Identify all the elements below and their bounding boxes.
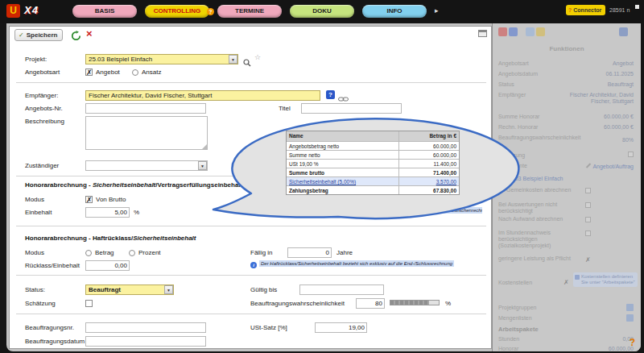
ansatz-radio[interactable] — [132, 69, 138, 76]
sidebar-toolbar-red-icon[interactable] — [498, 27, 507, 36]
beauftragungsdatum-input[interactable] — [85, 336, 206, 347]
angebots-nr-input[interactable] — [85, 103, 206, 114]
tab-info[interactable]: INFO — [362, 5, 427, 18]
help-icon[interactable]: ? — [326, 90, 335, 99]
ust-satz-label: USt-Satz [%] — [250, 324, 287, 331]
ruecklass-input[interactable] — [85, 260, 130, 271]
ansatz-option-label[interactable]: Ansatz — [142, 69, 161, 76]
save-button[interactable]: ✓Speichern — [14, 29, 63, 41]
callout-bubble: Name Betrag in € Angebotsbetrag netto 60… — [201, 113, 531, 226]
wahrscheinlichkeit-input[interactable] — [356, 298, 385, 309]
wahrscheinlichkeit-label: Beauftragungswahrscheinlichkeit — [250, 300, 345, 307]
amount-table: Name Betrag in € Angebotsbetrag netto 60… — [286, 131, 460, 195]
sb-option-geringere-leistung-x-icon[interactable]: ✗ — [585, 256, 591, 264]
sb-dokumente-link-text: Angebot/Auftrag — [592, 164, 634, 169]
cell-value: 3.570,00 — [399, 177, 459, 185]
modus2-label: Modus — [25, 249, 44, 256]
ust-satz-input[interactable] — [315, 322, 367, 333]
wahrscheinlichkeit-slider[interactable] — [390, 300, 440, 305]
beauftragungsnr-input[interactable] — [85, 322, 206, 333]
controlling-help-icon[interactable]: ? — [207, 8, 214, 15]
check-icon: ✓ — [19, 31, 24, 39]
gueltig-bis-input[interactable] — [299, 284, 384, 295]
sb-option-geringere-leistung[interactable]: geringere Leistung als Pflicht — [498, 255, 579, 262]
sidebar-title: Funktionen — [493, 45, 641, 52]
sidebar-toolbar-right-icon[interactable] — [619, 27, 628, 36]
zustaendiger-dropdown[interactable]: ▼ — [85, 160, 208, 171]
tab-basis[interactable]: BASIS — [72, 5, 137, 18]
refresh-icon[interactable] — [71, 30, 81, 44]
session-id: 28591 n — [609, 7, 630, 13]
cell-name: Summe netto — [287, 151, 399, 159]
ruecklass-label: Rücklass/Einbehalt — [25, 262, 80, 269]
sb-kostenstellen-note: Kostenstellen definieren Sie unter "Arbe… — [573, 272, 638, 287]
sb-option-stundennachweis[interactable]: Im Stundennachweis berücksichtigen (Sozi… — [498, 230, 579, 249]
faellig-in-label: Fällig in — [250, 249, 273, 256]
cell-value: 71.400,00 — [399, 168, 459, 176]
sidebar-toolbar-blue-icon[interactable] — [509, 27, 518, 36]
betrag-option-label[interactable]: Betrag — [95, 249, 114, 256]
sb-option-gemeinkosten-checkbox[interactable] — [585, 188, 591, 193]
sidebar-toolbar-lightblue-icon[interactable] — [526, 27, 535, 36]
sb-kostenstellen-x-icon[interactable]: ✗ — [564, 279, 569, 286]
sb-schaetzung-checkbox[interactable] — [628, 152, 634, 157]
tab-termine[interactable]: TERMINE — [217, 5, 282, 18]
beschreibung-label: Beschreibung — [25, 118, 64, 125]
table-row-zahlungsbetrag: Zahlungsbetrag 67.830,00 — [287, 185, 459, 194]
beauftragungsnr-label: Beauftragungsnr. — [25, 324, 74, 331]
divider — [16, 82, 486, 83]
app-logo-text: X4 — [24, 4, 39, 16]
divider — [16, 275, 486, 276]
sb-option-auswertungen-checkbox[interactable] — [585, 202, 591, 208]
cell-value: 60.000,00 — [399, 142, 459, 150]
chevron-down-icon[interactable]: ▼ — [164, 285, 173, 294]
sb-stunden-label: Stunden — [498, 336, 519, 342]
topbar: U X4 BASIS CONTROLLING ? TERMINE DOKU IN… — [0, 0, 644, 23]
sb-projektgruppen-label[interactable]: Projektgruppen — [498, 305, 536, 310]
empfaenger-label: Empfänger: — [25, 92, 58, 99]
divider — [16, 314, 486, 314]
projekt-dropdown[interactable]: 25.03 Beispiel Einfach▼ — [85, 54, 238, 64]
app-logo-icon: U — [6, 4, 20, 18]
von-brutto-checkbox[interactable]: ✗ — [85, 196, 93, 203]
von-brutto-label[interactable]: Von Brutto — [96, 196, 126, 203]
sb-mengenlisten-icon[interactable] — [626, 314, 634, 322]
chevron-down-icon[interactable]: ▼ — [229, 55, 237, 64]
prozent-option-label[interactable]: Prozent — [138, 249, 161, 256]
detach-window-icon[interactable] — [478, 30, 487, 37]
save-label: Speichern — [27, 31, 58, 39]
faellig-in-input[interactable] — [287, 247, 332, 258]
sb-projektgruppen-icon[interactable] — [626, 304, 634, 311]
tab-controlling[interactable]: CONTROLLING — [145, 5, 209, 18]
cell-name: Zahlungsbetrag — [287, 186, 399, 194]
cell-name: Angebotsbetrag netto — [287, 142, 399, 150]
favorite-star-icon[interactable]: ☆ — [254, 53, 261, 61]
sidebar-toolbar-yellow-icon[interactable] — [536, 27, 545, 36]
tab-doku[interactable]: DOKU — [290, 5, 354, 18]
beschreibung-textarea[interactable] — [85, 116, 208, 150]
tab-scroll-arrow-icon[interactable]: ▸ — [435, 6, 439, 15]
close-icon[interactable]: × — [86, 27, 93, 39]
status-value: Beauftragt — [89, 286, 121, 293]
window-control-icon[interactable] — [635, 5, 639, 9]
sb-dokumente-link[interactable]: Angebot/Auftrag — [588, 163, 634, 169]
status-label: Status: — [25, 286, 45, 293]
status-dropdown[interactable]: Beauftragt▼ — [85, 284, 174, 295]
sidebar-help-icon[interactable]: ? — [630, 337, 635, 348]
einbehalt-input[interactable] — [85, 207, 130, 218]
slider-fill — [390, 301, 429, 305]
table-row-sicherheitseinbehalt: Sicherheitseinbehalt (5,00%) 3.570,00 — [287, 176, 459, 185]
angebot-option-label[interactable]: Angebot — [96, 69, 120, 76]
search-icon[interactable] — [243, 56, 251, 70]
betrag-radio[interactable] — [85, 250, 92, 256]
sb-mengenlisten-label[interactable]: Mengenlisten — [498, 315, 532, 321]
sb-option-stundennachweis-checkbox[interactable] — [585, 230, 591, 236]
sb-option-aufwand-checkbox[interactable] — [585, 217, 591, 222]
empfaenger-field[interactable]: Fischer Architektur, David Fischer, Stut… — [85, 90, 320, 101]
connector-badge[interactable]: ?Connector — [566, 5, 605, 15]
screen: U X4 BASIS CONTROLLING ? TERMINE DOKU IN… — [0, 0, 644, 353]
schaetzung-checkbox[interactable] — [85, 300, 93, 307]
prozent-radio[interactable] — [129, 250, 135, 256]
angebot-checkbox[interactable]: ✗ — [85, 69, 93, 76]
cell-name: USt 19,00 % — [287, 160, 399, 168]
